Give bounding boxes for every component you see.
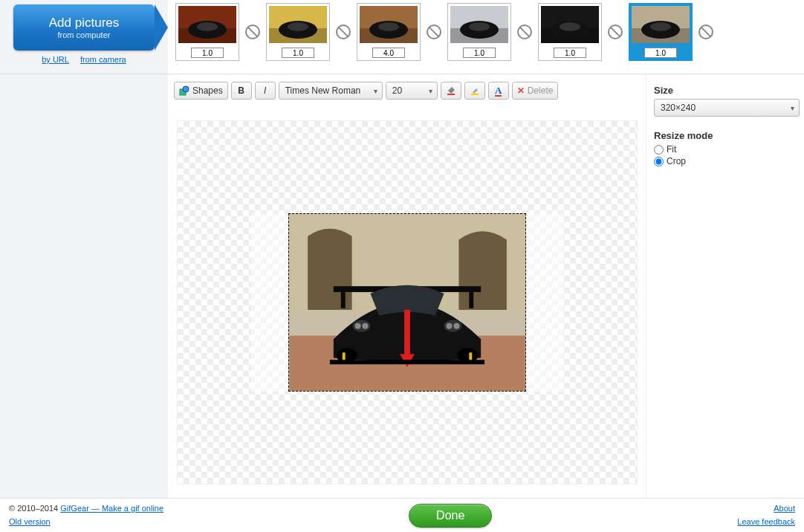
crop-frame[interactable] <box>288 213 526 392</box>
add-pictures-subtitle: from computer <box>58 30 111 39</box>
svg-point-23 <box>650 22 671 31</box>
svg-rect-32 <box>340 292 345 308</box>
image-stage[interactable] <box>251 213 563 392</box>
thumbnail-frame-6[interactable]: 1.0 <box>629 3 693 61</box>
thumbnail-image <box>178 6 236 43</box>
resize-fit-radio[interactable] <box>654 145 664 155</box>
thumbnail-image <box>541 6 599 43</box>
remove-frame-icon[interactable] <box>608 25 623 39</box>
done-button[interactable]: Done <box>409 504 492 528</box>
svg-rect-27 <box>471 94 479 95</box>
thumbnail-duration[interactable]: 1.0 <box>554 48 586 58</box>
fill-color-button[interactable] <box>441 82 461 100</box>
svg-point-41 <box>453 323 459 329</box>
remove-frame-icon[interactable] <box>245 25 260 39</box>
thumbnail-duration[interactable]: 1.0 <box>644 48 677 58</box>
thumbnail-image <box>450 6 508 43</box>
brand-link[interactable]: GifGear — Make a gif online <box>60 504 163 513</box>
svg-point-38 <box>354 323 360 329</box>
toolbar: Shapes B I Times New Roman 20 A ✕ Dele <box>168 74 646 107</box>
old-version-link[interactable]: Old version <box>9 517 51 526</box>
thumbnail-duration[interactable]: 1.0 <box>282 48 314 58</box>
thumbnail-duration[interactable]: 1.0 <box>463 48 496 58</box>
svg-point-3 <box>197 22 218 31</box>
text-color-button[interactable]: A <box>488 82 509 100</box>
about-link[interactable]: About <box>774 504 795 513</box>
feedback-link[interactable]: Leave feedback <box>737 517 795 526</box>
shapes-label: Shapes <box>192 85 223 96</box>
preview-image <box>289 214 525 391</box>
resize-fit-option[interactable]: Fit <box>654 144 797 155</box>
resize-crop-radio[interactable] <box>654 157 664 166</box>
svg-point-40 <box>446 323 452 329</box>
highlight-color-button[interactable] <box>464 82 485 100</box>
fontsize-select[interactable]: 20 <box>386 82 438 100</box>
delete-label: Delete <box>528 85 554 96</box>
svg-point-19 <box>560 22 580 31</box>
thumbnail-image <box>632 6 690 43</box>
svg-rect-33 <box>469 292 473 308</box>
remove-frame-icon[interactable] <box>427 25 441 39</box>
svg-rect-45 <box>342 352 345 360</box>
svg-rect-34 <box>404 310 410 361</box>
italic-button[interactable]: I <box>255 82 276 100</box>
add-pictures-button[interactable]: Add pictures from computer <box>13 4 155 51</box>
size-select[interactable]: 320×240 <box>654 99 800 117</box>
svg-rect-26 <box>447 94 455 95</box>
bold-button[interactable]: B <box>231 82 252 100</box>
svg-point-25 <box>183 86 189 92</box>
svg-point-15 <box>469 22 490 31</box>
paint-bucket-icon <box>446 85 456 96</box>
remove-frame-icon[interactable] <box>336 25 351 39</box>
delete-button[interactable]: ✕ Delete <box>512 82 559 100</box>
thumbnail-image <box>269 6 327 43</box>
svg-point-7 <box>288 22 308 31</box>
font-select[interactable]: Times New Roman <box>279 82 383 100</box>
sidebar-left <box>0 74 168 498</box>
marker-icon <box>470 85 480 96</box>
resize-crop-option[interactable]: Crop <box>654 156 797 166</box>
remove-frame-icon[interactable] <box>517 25 532 39</box>
svg-point-39 <box>362 323 368 329</box>
copyright-text: © 2010–2014 <box>9 504 60 513</box>
thumbnail-duration[interactable]: 4.0 <box>372 48 405 58</box>
thumbnail-frame-5[interactable]: 1.0 <box>538 3 602 61</box>
thumbnail-frame-2[interactable]: 1.0 <box>266 3 330 61</box>
svg-rect-44 <box>329 360 484 364</box>
by-url-link[interactable]: by URL <box>42 55 69 64</box>
shapes-button[interactable]: Shapes <box>174 82 228 100</box>
resize-heading: Resize mode <box>654 130 797 141</box>
thumbnail-frame-1[interactable]: 1.0 <box>175 3 239 61</box>
canvas[interactable] <box>177 120 638 484</box>
thumbnail-duration[interactable]: 1.0 <box>191 48 224 58</box>
thumbnail-frame-3[interactable]: 4.0 <box>357 3 421 61</box>
svg-rect-46 <box>469 352 472 360</box>
size-heading: Size <box>654 85 797 96</box>
thumbnail-strip: 1.01.04.01.01.01.0 <box>168 0 804 74</box>
svg-point-11 <box>378 22 399 31</box>
thumbnail-image <box>360 6 418 43</box>
from-camera-link[interactable]: from camera <box>80 55 126 64</box>
delete-x-icon: ✕ <box>517 85 525 96</box>
remove-frame-icon[interactable] <box>698 25 713 39</box>
add-pictures-title: Add pictures <box>49 16 120 30</box>
thumbnail-frame-4[interactable]: 1.0 <box>447 3 511 61</box>
text-color-icon: A <box>495 85 502 97</box>
